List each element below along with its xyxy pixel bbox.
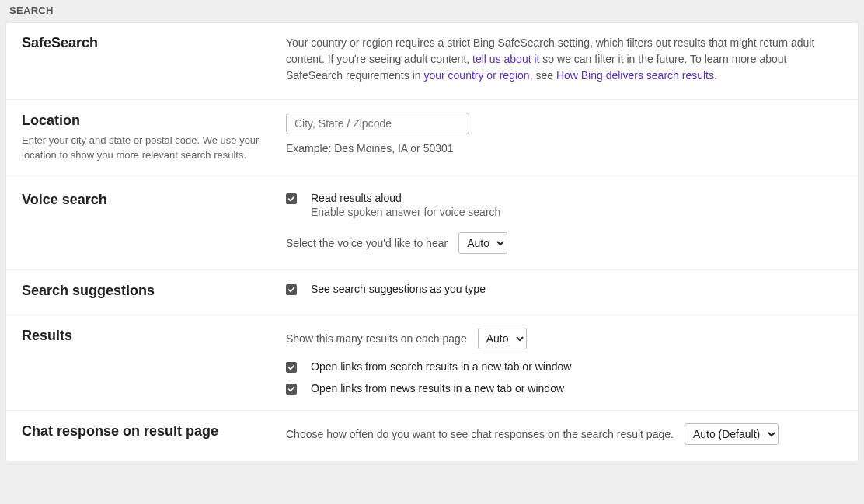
chat-desc: Choose how often do you want to see chat… xyxy=(286,428,674,440)
safesearch-description: Your country or region requires a strict… xyxy=(286,35,842,84)
news-new-tab-label: Open links from news results in a new ta… xyxy=(311,382,842,395)
results-count-select[interactable]: Auto xyxy=(478,328,527,349)
read-aloud-checkbox[interactable] xyxy=(286,193,297,204)
section-results: Results Show this many results on each p… xyxy=(6,315,858,411)
read-aloud-label: Read results aloud xyxy=(311,192,842,204)
results-title: Results xyxy=(22,328,270,344)
settings-page: SEARCH SafeSearch Your country or region… xyxy=(0,0,864,504)
section-chat-response: Chat response on result page Choose how … xyxy=(6,411,858,461)
section-search-suggestions: Search suggestions See search suggestion… xyxy=(6,270,858,315)
chat-response-title: Chat response on result page xyxy=(22,423,270,440)
tell-us-link[interactable]: tell us about it xyxy=(472,53,539,65)
country-region-link[interactable]: your country or region xyxy=(423,69,529,82)
safesearch-title: SafeSearch xyxy=(22,35,270,51)
results-count-label: Show this many results on each page xyxy=(286,332,467,345)
section-safesearch: SafeSearch Your country or region requir… xyxy=(6,23,858,100)
voice-search-title: Voice search xyxy=(22,192,270,208)
safesearch-text-3: , see xyxy=(530,69,556,82)
news-new-tab-checkbox[interactable] xyxy=(286,384,297,395)
voice-select[interactable]: Auto xyxy=(458,232,507,254)
how-bing-link[interactable]: How Bing delivers search results xyxy=(556,69,714,82)
location-title: Location xyxy=(22,113,270,129)
page-title: SEARCH xyxy=(0,0,864,23)
section-voice-search: Voice search Read results aloud Enable s… xyxy=(6,179,858,270)
location-subtitle: Enter your city and state or postal code… xyxy=(22,134,270,163)
location-input[interactable] xyxy=(286,113,469,134)
voice-select-label: Select the voice you'd like to hear xyxy=(286,237,448,249)
search-new-tab-checkbox[interactable] xyxy=(286,362,297,373)
suggestions-checkbox[interactable] xyxy=(286,284,297,295)
suggestions-label: See search suggestions as you type xyxy=(311,283,842,295)
chat-frequency-select[interactable]: Auto (Default) xyxy=(685,423,779,445)
section-location: Location Enter your city and state or po… xyxy=(6,100,858,179)
search-suggestions-title: Search suggestions xyxy=(22,283,270,299)
safesearch-text-4: . xyxy=(714,69,717,82)
settings-panel: SafeSearch Your country or region requir… xyxy=(6,23,858,461)
read-aloud-help: Enable spoken answer for voice search xyxy=(311,206,842,218)
search-new-tab-label: Open links from search results in a new … xyxy=(311,360,842,373)
location-example: Example: Des Moines, IA or 50301 xyxy=(286,142,842,155)
